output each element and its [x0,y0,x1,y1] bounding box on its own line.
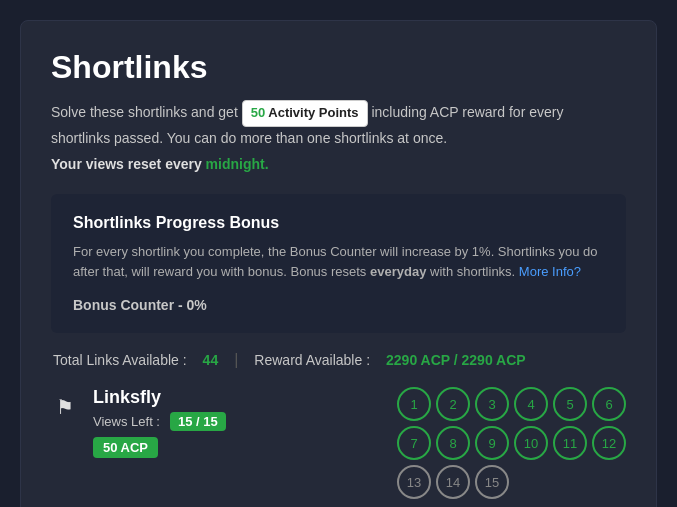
views-badge: 15 / 15 [170,412,226,431]
page-title: Shortlinks [51,49,626,86]
intro-text-part1: Solve these shortlinks and get [51,104,242,120]
activity-points-label: Activity Points [268,105,358,120]
intro-paragraph: Solve these shortlinks and get 50 Activi… [51,100,626,149]
number-btn-11[interactable]: 11 [553,426,587,460]
link-info: Linksfly Views Left : 15 / 15 50 ACP [93,387,383,458]
progress-box-title: Shortlinks Progress Bonus [73,214,604,232]
number-btn-7[interactable]: 7 [397,426,431,460]
number-btn-13[interactable]: 13 [397,465,431,499]
number-btn-14[interactable]: 14 [436,465,470,499]
link-item: ⚑ Linksfly Views Left : 15 / 15 50 ACP 1… [51,387,626,499]
number-btn-15[interactable]: 15 [475,465,509,499]
stats-row: Total Links Available : 44 | Reward Avai… [51,351,626,369]
activity-points-number: 50 [251,105,265,120]
number-btn-2[interactable]: 2 [436,387,470,421]
progress-box-description: For every shortlink you complete, the Bo… [73,242,604,284]
more-info-link[interactable]: More Info? [519,264,581,279]
bonus-counter-value: 0% [187,297,207,313]
reset-bold: Your views reset every [51,156,206,172]
activity-points-badge: 50 Activity Points [242,100,368,127]
desc-end: with shortlinks. [426,264,518,279]
number-btn-10[interactable]: 10 [514,426,548,460]
number-btn-8[interactable]: 8 [436,426,470,460]
number-btn-5[interactable]: 5 [553,387,587,421]
link-flag: ⚑ [51,393,79,421]
total-links-value: 44 [203,352,219,368]
main-card: Shortlinks Solve these shortlinks and ge… [20,20,657,507]
link-name: Linksfly [93,387,383,408]
number-btn-1[interactable]: 1 [397,387,431,421]
views-label: Views Left : [93,414,160,429]
number-btn-12[interactable]: 12 [592,426,626,460]
views-row: Views Left : 15 / 15 [93,412,383,431]
number-btn-4[interactable]: 4 [514,387,548,421]
reward-value: 2290 ACP / 2290 ACP [386,352,526,368]
progress-bonus-box: Shortlinks Progress Bonus For every shor… [51,194,626,334]
desc-bold-everyday: everyday [370,264,426,279]
flag-icon: ⚑ [56,395,74,419]
number-btn-3[interactable]: 3 [475,387,509,421]
number-grid: 123456789101112131415 [397,387,626,499]
reward-label: Reward Available : [254,352,370,368]
number-btn-9[interactable]: 9 [475,426,509,460]
stats-divider: | [234,351,238,369]
number-btn-6[interactable]: 6 [592,387,626,421]
bonus-counter: Bonus Counter - 0% [73,297,604,313]
bonus-counter-label: Bonus Counter - [73,297,187,313]
total-links-label: Total Links Available : [53,352,187,368]
reset-text: Your views reset every midnight. [51,153,626,175]
midnight-text: midnight. [206,156,269,172]
acp-badge: 50 ACP [93,437,158,458]
